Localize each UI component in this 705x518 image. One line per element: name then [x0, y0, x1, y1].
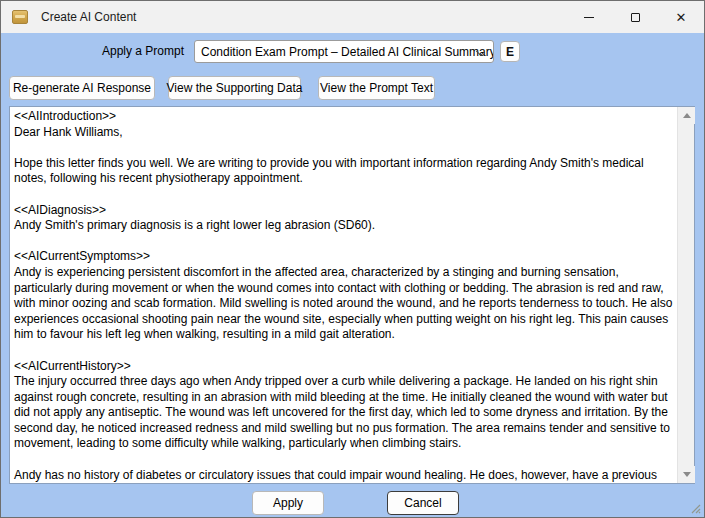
create-ai-content-dialog: Create AI Content ✕ Apply a Prompt Condi… — [0, 0, 705, 518]
ai-letter-textbox[interactable]: <<AIIntroduction>> Dear Hank Williams, H… — [9, 106, 695, 484]
maximize-icon — [631, 13, 640, 22]
close-icon: ✕ — [676, 11, 687, 24]
resize-grip-icon[interactable] — [690, 503, 701, 514]
regenerate-ai-response-button[interactable]: Re-generate AI Response — [9, 76, 155, 100]
view-prompt-text-button[interactable]: View the Prompt Text — [318, 76, 435, 100]
maximize-button[interactable] — [612, 1, 658, 33]
scroll-down-icon — [683, 472, 691, 477]
view-supporting-data-button[interactable]: View the Supporting Data — [168, 76, 301, 100]
scroll-up-button[interactable] — [678, 107, 695, 124]
minimize-button[interactable] — [566, 1, 612, 33]
apply-button[interactable]: Apply — [252, 491, 324, 515]
minimize-icon — [584, 17, 594, 18]
titlebar: Create AI Content ✕ — [1, 1, 704, 33]
cancel-button[interactable]: Cancel — [387, 491, 459, 515]
scroll-down-button[interactable] — [678, 466, 695, 483]
window-title: Create AI Content — [41, 1, 136, 33]
edit-prompt-button[interactable]: E — [500, 41, 520, 62]
vertical-scrollbar[interactable] — [677, 107, 694, 483]
window-controls: ✕ — [566, 1, 704, 33]
scroll-up-icon — [683, 113, 691, 118]
prompt-dropdown-value: Condition Exam Prompt – Detailed AI Clin… — [201, 45, 494, 59]
prompt-row: Apply a Prompt Condition Exam Prompt – D… — [1, 40, 704, 63]
apply-prompt-label: Apply a Prompt — [102, 44, 184, 58]
prompt-dropdown[interactable]: Condition Exam Prompt – Detailed AI Clin… — [194, 40, 494, 63]
app-icon — [12, 10, 28, 24]
ai-letter-text[interactable]: <<AIIntroduction>> Dear Hank Williams, H… — [10, 107, 677, 483]
close-button[interactable]: ✕ — [658, 1, 704, 33]
